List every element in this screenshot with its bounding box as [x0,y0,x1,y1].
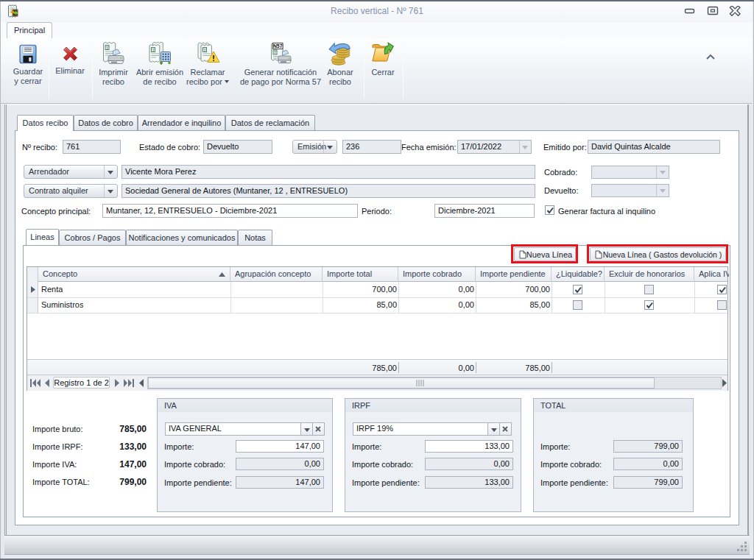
svg-text:N57: N57 [273,43,283,49]
svg-text:T: T [152,48,155,52]
svg-text:T: T [106,46,109,50]
svg-text:T: T [274,50,277,54]
svg-text:T: T [203,48,206,52]
